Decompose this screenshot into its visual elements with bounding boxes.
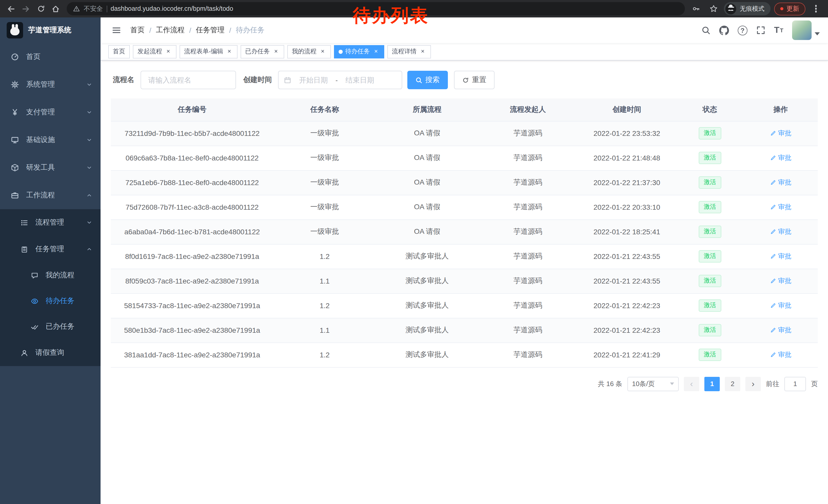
approve-link-label: 审批 — [778, 153, 791, 163]
goto-suffix: 页 — [811, 379, 818, 388]
sidebar-item-home[interactable]: 首页 — [0, 43, 100, 71]
reset-button[interactable]: 重置 — [454, 71, 495, 89]
user-avatar[interactable] — [792, 20, 820, 40]
table-row: 381aa1dd-7ac8-11ec-a9e2-a2380e71991a 1.2… — [111, 342, 818, 367]
approve-link[interactable]: 审批 — [770, 252, 791, 261]
sidebar-item-infrastructure[interactable]: 基础设施 — [0, 126, 100, 154]
initiator-cell: 芋道源码 — [479, 318, 577, 342]
sidebar-item-leave-query[interactable]: 请假查询 — [0, 339, 100, 366]
sidebar-item-system[interactable]: 系统管理 — [0, 71, 100, 98]
tag-my-process[interactable]: 我的流程 — [287, 45, 331, 58]
tag-done-tasks[interactable]: 已办任务 — [241, 45, 284, 58]
approve-link-label: 审批 — [778, 227, 791, 236]
goto-page-input[interactable] — [784, 377, 806, 391]
column-header-actions: 操作 — [744, 98, 818, 121]
date-range-picker[interactable]: - — [278, 71, 402, 89]
page-button-1[interactable]: 1 — [704, 377, 720, 391]
breadcrumb-task-management[interactable]: 任务管理 — [196, 26, 225, 35]
update-button[interactable]: 更新 — [774, 2, 805, 15]
tag-process-detail[interactable]: 流程详情 — [387, 45, 431, 58]
process-name-input[interactable] — [140, 71, 236, 89]
next-page-button[interactable] — [745, 377, 761, 391]
approve-link[interactable]: 审批 — [770, 301, 791, 310]
close-icon[interactable] — [419, 48, 426, 55]
font-size-icon[interactable] — [774, 24, 783, 37]
navbar: 首页 工作流程 任务管理 待办任务 — [100, 17, 828, 43]
navbar-right — [701, 20, 820, 40]
browser-refresh-icon[interactable] — [34, 2, 48, 16]
tag-home[interactable]: 首页 — [108, 45, 130, 58]
status-badge: 激活 — [699, 324, 721, 336]
sidebar-item-done-tasks[interactable]: 已办任务 — [0, 314, 100, 339]
close-icon[interactable] — [319, 48, 326, 55]
search-button[interactable]: 搜索 — [407, 71, 448, 89]
breadcrumb-current: 待办任务 — [236, 26, 264, 35]
breadcrumb-workflow[interactable]: 工作流程 — [156, 26, 185, 35]
github-icon[interactable] — [719, 24, 729, 37]
task-name-cell: 1.2 — [274, 244, 376, 269]
sidebar-item-workflow[interactable]: 工作流程 — [0, 182, 100, 209]
approve-link[interactable]: 审批 — [770, 276, 791, 286]
process-cell: 测试多审批人 — [376, 293, 479, 318]
table-row: 73211d9d-7b9b-11ec-b5b7-acde48001122 一级审… — [111, 121, 818, 146]
password-key-icon[interactable] — [689, 2, 703, 16]
sidebar-item-task-management[interactable]: 任务管理 — [0, 236, 100, 263]
browser-home-icon[interactable] — [49, 2, 63, 16]
approve-link[interactable]: 审批 — [770, 178, 791, 187]
browser-forward-icon[interactable] — [19, 2, 33, 16]
sidebar-item-payment[interactable]: 支付管理 — [0, 98, 100, 126]
start-date-input[interactable] — [293, 76, 333, 84]
status-cell: 激活 — [676, 318, 744, 342]
sidebar-toggle-button[interactable] — [109, 22, 124, 38]
approve-link[interactable]: 审批 — [770, 326, 791, 335]
task-id-cell: 8f0d1619-7ac8-11ec-a9e2-a2380e71991a — [111, 244, 274, 269]
chevron-up-icon — [86, 246, 92, 252]
browser-back-icon[interactable] — [4, 2, 18, 16]
sidebar-item-process-management[interactable]: 流程管理 — [0, 209, 100, 236]
status-cell: 激活 — [676, 195, 744, 220]
close-icon[interactable] — [165, 48, 172, 55]
app-logo-row[interactable]: 芋道管理系统 — [0, 17, 100, 43]
prev-page-button[interactable] — [684, 377, 699, 391]
browser-menu-icon[interactable] — [809, 2, 823, 16]
tag-start-process[interactable]: 发起流程 — [133, 45, 176, 58]
end-date-input[interactable] — [340, 76, 380, 84]
process-cell: 测试多审批人 — [376, 244, 479, 269]
person-icon — [19, 349, 29, 357]
action-cell: 审批 — [744, 318, 818, 342]
fullscreen-icon[interactable] — [756, 24, 765, 37]
approve-link-label: 审批 — [778, 350, 791, 359]
task-id-cell: 069c6a63-7b8a-11ec-8ef0-acde48001122 — [111, 146, 274, 170]
task-name-cell: 一级审批 — [274, 170, 376, 195]
initiator-cell: 芋道源码 — [479, 220, 577, 244]
sidebar-item-label: 系统管理 — [26, 80, 55, 89]
approve-link-label: 审批 — [778, 202, 791, 212]
sidebar-item-label: 研发工具 — [26, 163, 55, 172]
search-icon[interactable] — [701, 24, 710, 37]
help-icon[interactable] — [738, 26, 747, 35]
page-button-2[interactable]: 2 — [725, 377, 740, 391]
close-icon[interactable] — [226, 48, 233, 55]
close-icon[interactable] — [273, 48, 280, 55]
process-cell: OA 请假 — [376, 121, 479, 146]
sidebar-item-devtools[interactable]: 研发工具 — [0, 154, 100, 182]
page-size-select[interactable]: 10条/页 — [627, 377, 679, 391]
tag-todo-tasks[interactable]: 待办任务 — [334, 45, 384, 58]
breadcrumb-separator — [189, 26, 191, 34]
tag-process-form-edit[interactable]: 流程表单-编辑 — [179, 45, 238, 58]
sidebar-item-my-process[interactable]: 我的流程 — [0, 263, 100, 288]
task-id-cell: a6aba0a4-7b6d-11ec-b781-acde48001122 — [111, 220, 274, 244]
initiator-cell: 芋道源码 — [479, 146, 577, 170]
bookmark-star-icon[interactable] — [706, 2, 720, 16]
task-name-cell: 1.1 — [274, 318, 376, 342]
approve-link[interactable]: 审批 — [770, 129, 791, 138]
sidebar-item-todo-tasks[interactable]: 待办任务 — [0, 288, 100, 314]
approve-link[interactable]: 审批 — [770, 153, 791, 163]
close-icon[interactable] — [372, 48, 380, 55]
sidebar-item-label: 首页 — [26, 52, 41, 61]
approve-link[interactable]: 审批 — [770, 227, 791, 236]
app-logo — [7, 22, 23, 39]
approve-link[interactable]: 审批 — [770, 202, 791, 212]
approve-link[interactable]: 审批 — [770, 350, 791, 359]
breadcrumb-home[interactable]: 首页 — [130, 26, 145, 35]
